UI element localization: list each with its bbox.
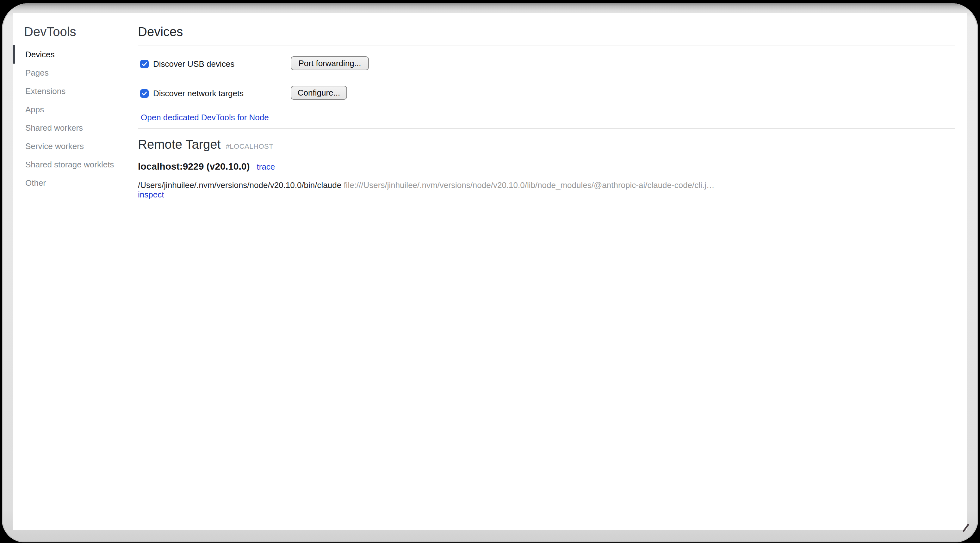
checkmark-icon (142, 91, 147, 97)
window-resize-grip[interactable] (963, 523, 970, 532)
checkmark-icon (142, 61, 147, 67)
sidebar-item-extensions[interactable]: Extensions (13, 82, 125, 100)
remote-target-entry: localhost:9229 (v20.10.0) trace (138, 161, 275, 172)
inspect-page: DevTools Devices Pages Extensions Apps S… (13, 13, 967, 530)
sidebar-item-other[interactable]: Other (13, 174, 125, 192)
sidebar-item-shared-workers[interactable]: Shared workers (13, 119, 125, 137)
sidebar-item-shared-storage-worklets[interactable]: Shared storage worklets (13, 155, 125, 174)
page-title: Devices (138, 24, 183, 39)
discover-usb-label: Discover USB devices (153, 59, 234, 69)
discover-usb-row: Discover USB devices (140, 59, 234, 69)
discover-usb-checkbox[interactable] (140, 60, 149, 68)
open-node-devtools-link[interactable]: Open dedicated DevTools for Node (141, 113, 269, 122)
devtools-window: DevTools Devices Pages Extensions Apps S… (2, 3, 978, 542)
remote-target-title: Remote Target (138, 137, 221, 152)
remote-target-heading: Remote Target #LOCALHOST (138, 137, 273, 154)
remote-target-tag: #LOCALHOST (226, 139, 274, 154)
configure-button[interactable]: Configure... (291, 86, 347, 100)
module-url: file:///Users/jinhuilee/.nvm/versions/no… (344, 180, 714, 190)
discover-network-checkbox[interactable] (140, 89, 149, 98)
inspect-link[interactable]: inspect (138, 190, 164, 199)
process-path: /Users/jinhuilee/.nvm/versions/node/v20.… (138, 180, 341, 190)
title-divider (138, 46, 955, 46)
sidebar-item-apps[interactable]: Apps (13, 100, 125, 119)
sidebar-item-service-workers[interactable]: Service workers (13, 137, 125, 155)
sidebar-item-devices[interactable]: Devices (13, 45, 125, 64)
port-forwarding-button[interactable]: Port forwarding... (291, 56, 369, 70)
discover-network-label: Discover network targets (153, 89, 243, 99)
section-divider (138, 128, 955, 129)
target-name: localhost:9229 (v20.10.0) (138, 161, 250, 172)
sidebar-item-pages[interactable]: Pages (13, 64, 125, 82)
trace-link[interactable]: trace (257, 161, 275, 172)
target-description: /Users/jinhuilee/.nvm/versions/node/v20.… (138, 180, 948, 190)
discover-network-row: Discover network targets (140, 88, 243, 99)
app-title: DevTools (24, 24, 76, 39)
